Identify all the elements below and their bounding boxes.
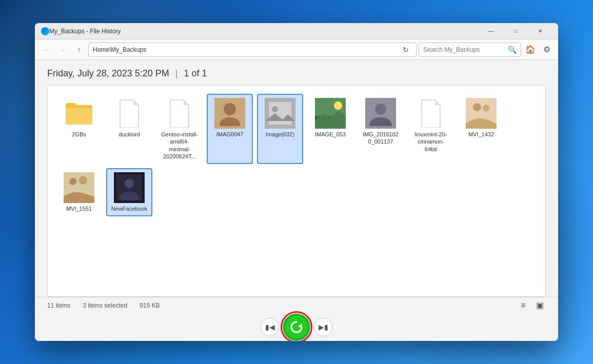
home-button[interactable]: 🏠 [523, 43, 538, 57]
file-history-window: My_Backups - File History — □ ✕ ← → ↑ ↻ … [35, 23, 558, 341]
file-name: IMAGE_053 [315, 131, 346, 138]
svg-point-11 [473, 103, 481, 111]
view-controls: ≡ ▣ [517, 299, 546, 312]
close-button[interactable]: ✕ [528, 23, 552, 39]
file-item[interactable]: Image(032) [257, 94, 303, 164]
minimize-button[interactable]: — [479, 23, 503, 39]
svg-point-14 [69, 178, 76, 185]
window-controls: — □ ✕ [479, 23, 552, 39]
refresh-button[interactable]: ↻ [400, 44, 412, 56]
app-logo [41, 27, 49, 35]
address-bar: ← → ↑ ↻ 🔍 🏠 ⚙ [35, 39, 558, 60]
thumbnail [265, 98, 295, 129]
svg-point-18 [125, 179, 134, 188]
total-size: 919 KB [140, 302, 160, 309]
title-bar: My_Backups - File History — □ ✕ [35, 23, 558, 39]
previous-backup-button[interactable]: ▮◀ [261, 318, 279, 336]
file-item[interactable]: MVI_1432 [458, 94, 504, 164]
svg-point-4 [272, 106, 278, 112]
date-header: Friday, July 28, 2023 5:20 PM | 1 of 1 [35, 60, 558, 85]
file-area: 2GBs ducklord [47, 85, 546, 297]
thumbnail [315, 98, 346, 129]
file-name: IMAG0047 [216, 131, 244, 138]
restore-icon [289, 319, 304, 335]
grid-view-button[interactable]: ▣ [533, 299, 546, 312]
file-name: Image(032) [266, 131, 294, 138]
folder-icon [64, 98, 94, 129]
thumbnail [214, 98, 245, 129]
image-icon [214, 98, 245, 129]
file-item[interactable]: IMAGE_053 [307, 94, 353, 164]
image-icon [265, 98, 295, 129]
maximize-button[interactable]: □ [504, 23, 527, 39]
file-item[interactable]: IMAG0047 [207, 94, 253, 164]
status-info: 11 items 3 items selected 919 KB [47, 302, 160, 309]
search-button[interactable]: 🔍 [508, 46, 517, 54]
window-title: My_Backups - File History [49, 28, 479, 35]
thumbnail [64, 172, 94, 203]
svg-rect-3 [269, 102, 291, 125]
file-name: IMG_20161020_001137 [362, 131, 400, 146]
document-icon [114, 98, 145, 129]
file-name: linuxmint-20-cinnamon-64bit [412, 131, 450, 153]
list-view-button[interactable]: ≡ [517, 299, 529, 312]
file-name: MVI_1432 [468, 131, 494, 138]
document-icon [416, 98, 446, 129]
file-item[interactable]: 2GBs [56, 94, 102, 164]
next-backup-button[interactable]: ▶▮ [314, 318, 332, 336]
image-icon [315, 98, 346, 129]
backup-date: Friday, July 28, 2023 5:20 PM [47, 68, 169, 79]
search-wrap: 🔍 [419, 43, 521, 57]
file-name: Gentoo-install-amd64-minimal-20200624T..… [161, 131, 199, 160]
address-input[interactable] [93, 46, 400, 53]
thumbnail [365, 98, 396, 129]
selected-count: 3 items selected [83, 302, 127, 309]
thumbnail [114, 172, 145, 203]
search-input[interactable] [423, 46, 508, 53]
file-item[interactable]: Gentoo-install-amd64-minimal-20200624T..… [156, 94, 203, 164]
file-name: NewFacebook [111, 205, 147, 212]
document-icon [164, 98, 195, 129]
file-item[interactable]: linuxmint-20-cinnamon-64bit [408, 94, 454, 164]
image-icon [114, 172, 145, 203]
file-name: ducklord [118, 131, 140, 138]
svg-point-1 [224, 103, 236, 115]
items-count: 11 items [47, 302, 70, 309]
svg-point-9 [375, 104, 386, 115]
image-icon [64, 172, 94, 203]
file-item[interactable]: ducklord [106, 94, 152, 164]
file-grid: 2GBs ducklord [56, 94, 537, 216]
file-item[interactable]: NewFacebook [106, 168, 152, 216]
svg-point-12 [483, 105, 490, 112]
page-info: 1 of 1 [184, 68, 207, 79]
nav-footer: ▮◀ ▶▮ [35, 313, 558, 341]
file-name: MVI_1551 [66, 205, 92, 212]
address-input-wrap: ↻ [88, 43, 417, 57]
file-name: 2GBs [72, 131, 86, 138]
image-icon [466, 98, 497, 129]
file-item[interactable]: MVI_1551 [56, 168, 102, 216]
svg-point-7 [334, 102, 342, 110]
image-icon [365, 98, 396, 129]
file-item[interactable]: IMG_20161020_001137 [358, 94, 404, 164]
restore-button[interactable] [283, 314, 310, 340]
svg-point-15 [79, 176, 87, 185]
separator: | [175, 68, 178, 79]
back-button[interactable]: ← [39, 43, 53, 57]
status-bar: 11 items 3 items selected 919 KB ≡ ▣ [35, 297, 558, 313]
forward-button[interactable]: → [55, 43, 70, 57]
settings-button[interactable]: ⚙ [540, 43, 554, 57]
thumbnail [466, 98, 497, 129]
up-button[interactable]: ↑ [72, 43, 86, 57]
